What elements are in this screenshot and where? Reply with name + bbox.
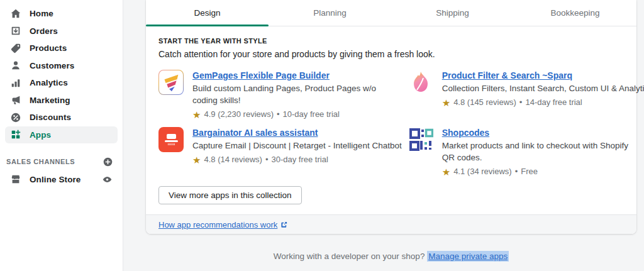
manage-private-apps-link[interactable]: Manage private apps — [427, 251, 509, 262]
shopcodes-app-icon — [408, 127, 433, 152]
sidebar-item-customers[interactable]: Customers — [5, 57, 118, 75]
sidebar-item-label: Discounts — [30, 113, 71, 122]
trial-text: 30-day free trial — [272, 154, 328, 165]
tab-planning[interactable]: Planning — [269, 0, 391, 26]
collection-subheading: Catch attention for your store and produ… — [158, 49, 624, 59]
megaphone-icon — [10, 94, 21, 106]
orders-icon — [10, 25, 21, 36]
app-card-sparq: Product Filter & Search ~Sparq Collectio… — [408, 70, 644, 120]
tab-label: Bookkeeping — [550, 8, 599, 18]
app-title-link[interactable]: GemPages Flexible Page Builder — [192, 70, 330, 81]
app-description: Build custom Landing Pages, Product Page… — [192, 82, 389, 106]
sidebar-item-apps[interactable]: Apps — [5, 126, 118, 144]
external-link-icon — [280, 221, 287, 228]
sidebar: Home Orders Products Customers Analytics… — [0, 0, 123, 271]
collection-content: START THE YEAR WITH STYLE Catch attentio… — [146, 26, 636, 204]
separator-dot: • — [515, 166, 518, 177]
app-info: Bargainator AI sales assistant Capture E… — [192, 127, 402, 177]
sales-channels-header: SALES CHANNELS — [0, 154, 123, 169]
app-card-gempages: GemPages Flexible Page Builder Build cus… — [158, 70, 402, 120]
tab-label: Design — [194, 8, 220, 18]
app-title-link[interactable]: Bargainator AI sales assistant — [192, 128, 318, 138]
rating-text: 4.1 (34 reviews) — [453, 166, 511, 177]
person-icon — [10, 60, 21, 71]
page-footer: Working with a developer on your shop? M… — [146, 252, 636, 261]
gempages-app-icon — [158, 70, 184, 95]
tag-icon — [10, 43, 21, 54]
sidebar-item-label: Home — [30, 9, 53, 18]
sidebar-item-label: Marketing — [30, 96, 70, 105]
rating-text: 4.8 (145 reviews) — [453, 97, 516, 108]
rating-text: 4.8 (14 reviews) — [204, 154, 262, 165]
app-description: Collection Filters, Instant Search, Cust… — [442, 82, 644, 94]
tab-label: Shipping — [436, 8, 469, 18]
tab-shipping[interactable]: Shipping — [391, 0, 514, 26]
eye-icon[interactable] — [102, 174, 113, 185]
sidebar-item-label: Products — [30, 43, 67, 53]
app-card-bargainator: Bargainator AI sales assistant Capture E… — [158, 127, 402, 177]
collection-heading: START THE YEAR WITH STYLE — [158, 37, 624, 45]
separator-dot: • — [519, 97, 523, 108]
apps-grid: GemPages Flexible Page Builder Build cus… — [158, 70, 624, 177]
star-icon: ★ — [442, 167, 450, 177]
discount-badge-icon — [10, 112, 21, 123]
star-icon: ★ — [192, 110, 201, 119]
bar-chart-icon — [10, 77, 21, 89]
sidebar-item-products[interactable]: Products — [5, 40, 118, 57]
add-channel-icon[interactable] — [103, 157, 113, 167]
app-description: Capture Email | Discount | Retarget - In… — [192, 140, 402, 152]
app-info: GemPages Flexible Page Builder Build cus… — [192, 70, 389, 120]
sidebar-item-label: Apps — [30, 130, 51, 140]
sidebar-item-label: Online Store — [30, 175, 80, 184]
trial-text: 10-day free trial — [283, 109, 340, 120]
sidebar-item-label: Orders — [30, 26, 58, 36]
trial-text: Free — [521, 166, 538, 177]
sidebar-item-marketing[interactable]: Marketing — [5, 92, 118, 109]
home-icon — [10, 8, 21, 19]
tab-bookkeeping[interactable]: Bookkeeping — [514, 0, 636, 26]
app-recommendations-card: Design Planning Shipping Bookkeeping STA… — [146, 0, 636, 234]
apps-grid-icon — [10, 129, 21, 140]
sidebar-item-discounts[interactable]: Discounts — [5, 109, 118, 126]
app-info: Shopcodes Market products and link to ch… — [442, 127, 638, 177]
sidebar-item-online-store[interactable]: Online Store — [5, 170, 118, 188]
star-icon: ★ — [192, 155, 201, 165]
sidebar-item-label: Customers — [30, 61, 74, 70]
trial-text: 14-day free trial — [525, 97, 582, 108]
sidebar-item-home[interactable]: Home — [5, 5, 118, 23]
sparq-app-icon — [408, 70, 433, 95]
app-rating: ★ 4.1 (34 reviews) • Free — [442, 166, 638, 177]
app-rating: ★ 4.8 (145 reviews) • 14-day free trial — [442, 97, 644, 108]
app-card-shopcodes: Shopcodes Market products and link to ch… — [408, 127, 644, 177]
sales-channels-heading: SALES CHANNELS — [6, 158, 75, 165]
card-footer: How app recommendations work — [146, 214, 636, 234]
tab-label: Planning — [313, 8, 347, 18]
developer-question-text: Working with a developer on your shop? — [274, 252, 427, 261]
separator-dot: • — [277, 109, 280, 120]
app-title-link[interactable]: Product Filter & Search ~Sparq — [442, 70, 572, 81]
rating-text: 4.9 (2,230 reviews) — [204, 109, 274, 120]
collection-tabs: Design Planning Shipping Bookkeeping — [146, 0, 636, 26]
app-rating: ★ 4.9 (2,230 reviews) • 10-day free tria… — [192, 109, 389, 120]
tab-design[interactable]: Design — [146, 0, 269, 26]
sidebar-item-analytics[interactable]: Analytics — [5, 74, 118, 92]
how-recommendations-work-link[interactable]: How app recommendations work — [158, 220, 277, 230]
view-more-apps-button[interactable]: View more apps in this collection — [158, 186, 302, 204]
bargainator-app-icon — [158, 127, 184, 152]
separator-dot: • — [265, 154, 269, 165]
app-description: Market products and link to checkout wit… — [442, 140, 638, 163]
star-icon: ★ — [442, 98, 450, 108]
app-title-link[interactable]: Shopcodes — [442, 128, 489, 138]
sidebar-item-label: Analytics — [30, 78, 68, 87]
app-info: Product Filter & Search ~Sparq Collectio… — [442, 70, 644, 120]
storefront-icon — [10, 174, 21, 185]
app-rating: ★ 4.8 (14 reviews) • 30-day free trial — [192, 154, 402, 165]
sidebar-item-orders[interactable]: Orders — [5, 23, 118, 40]
